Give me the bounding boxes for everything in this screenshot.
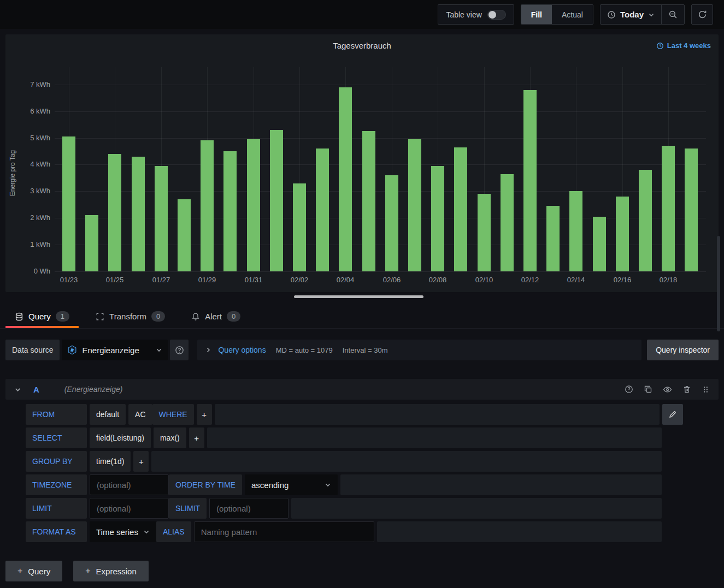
duplicate-query-icon[interactable] bbox=[644, 385, 652, 394]
query-inspector-button[interactable]: Query inspector bbox=[647, 340, 719, 360]
chevron-down-icon bbox=[648, 11, 655, 18]
slimit-input[interactable] bbox=[209, 498, 289, 519]
bar-01/25 bbox=[108, 154, 121, 271]
table-view-toggle[interactable] bbox=[487, 10, 506, 20]
query-help-icon[interactable] bbox=[625, 385, 633, 394]
delete-query-icon[interactable] bbox=[682, 385, 691, 394]
bar-01/31 bbox=[247, 139, 260, 271]
tab-query[interactable]: Query 1 bbox=[5, 305, 79, 328]
chevron-down-icon bbox=[143, 528, 150, 535]
timezone-keyword: TIMEZONE bbox=[26, 474, 87, 495]
add-expression-button[interactable]: + Expression bbox=[73, 561, 149, 581]
x-tick-label: 01/31 bbox=[236, 276, 271, 284]
bar-02/10 bbox=[478, 194, 491, 271]
format-as-select[interactable]: Time series bbox=[90, 521, 156, 542]
bar-02/12 bbox=[523, 90, 537, 271]
bar-01/24 bbox=[85, 215, 98, 271]
group-by-interval-segment[interactable]: time(1d) bbox=[90, 451, 131, 472]
query-editor-card: A (Energieanzeige) FROM default AC bbox=[5, 379, 719, 542]
row-filler bbox=[340, 474, 662, 495]
time-controls: Today bbox=[600, 4, 685, 25]
tab-alert[interactable]: Alert 0 bbox=[182, 305, 250, 328]
tab-transform-count: 0 bbox=[151, 311, 165, 322]
row-filler bbox=[207, 427, 662, 448]
bell-icon bbox=[191, 312, 200, 321]
order-by-time-value: ascending bbox=[251, 480, 289, 490]
select-aggregation-segment[interactable]: max() bbox=[154, 427, 186, 448]
time-range-picker[interactable]: Today bbox=[601, 5, 661, 24]
refresh-icon bbox=[698, 10, 707, 19]
bar-02/17 bbox=[639, 170, 652, 271]
row-filler bbox=[377, 521, 662, 542]
format-as-row: FORMAT AS Time series ALIAS bbox=[26, 521, 683, 542]
chevron-down-icon bbox=[156, 347, 162, 353]
gridline-horizontal bbox=[55, 271, 706, 272]
toggle-visibility-icon[interactable] bbox=[663, 385, 672, 394]
add-group-by-button[interactable]: + bbox=[133, 451, 149, 472]
bar-02/02 bbox=[293, 183, 306, 271]
add-where-condition-button[interactable]: + bbox=[197, 404, 212, 425]
select-field-segment[interactable]: field(Leistung) bbox=[90, 427, 151, 448]
limit-keyword: LIMIT bbox=[26, 498, 87, 519]
edit-query-button[interactable] bbox=[662, 404, 683, 425]
y-tick-label: 6 kWh bbox=[5, 107, 50, 115]
measurement-segment[interactable]: AC bbox=[128, 404, 152, 425]
query-ref-id[interactable]: A bbox=[33, 385, 39, 394]
x-tick-label: 02/04 bbox=[328, 276, 363, 284]
bar-02/07 bbox=[408, 139, 421, 271]
x-tick-label: 02/18 bbox=[651, 276, 686, 284]
y-tick-label: 7 kWh bbox=[5, 80, 50, 88]
x-tick-label: 01/25 bbox=[97, 276, 132, 284]
order-by-time-select[interactable]: ascending bbox=[245, 474, 338, 495]
chart-panel: Tagesverbrauch Last 4 weeks Energie pro … bbox=[5, 34, 719, 292]
time-range-label: Today bbox=[620, 10, 644, 19]
x-tick-label: 01/27 bbox=[144, 276, 179, 284]
add-expression-label: Expression bbox=[96, 567, 137, 576]
datasource-help-button[interactable] bbox=[170, 340, 189, 360]
database-icon bbox=[15, 312, 23, 321]
bar-02/11 bbox=[501, 174, 514, 271]
query-options-toggle[interactable]: Query options bbox=[205, 346, 266, 354]
tab-transform-label: Transform bbox=[109, 312, 146, 321]
retention-policy-segment[interactable]: default bbox=[90, 404, 126, 425]
y-tick-label: 1 kWh bbox=[5, 240, 50, 248]
bar-02/14 bbox=[569, 191, 582, 271]
limit-input[interactable] bbox=[90, 498, 169, 519]
fill-option[interactable]: Fill bbox=[521, 5, 552, 24]
panel-title: Tagesverbrauch bbox=[5, 41, 719, 50]
datasource-select[interactable]: Energieanzeige bbox=[62, 340, 168, 360]
tab-transform[interactable]: Transform 0 bbox=[86, 305, 174, 328]
bar-02/01 bbox=[270, 130, 283, 271]
collapse-chevron-icon[interactable] bbox=[14, 386, 21, 393]
add-query-button[interactable]: + Query bbox=[5, 561, 62, 581]
query-options-label: Query options bbox=[218, 346, 266, 354]
editor-tabs: Query 1 Transform 0 Alert 0 bbox=[0, 305, 724, 329]
query-header-row: A (Energieanzeige) bbox=[5, 379, 719, 400]
alias-input[interactable] bbox=[194, 521, 374, 542]
bar-02/18 bbox=[662, 146, 675, 271]
refresh-button[interactable] bbox=[691, 4, 713, 25]
query-builder-rows: FROM default AC WHERE + SELECT field(Lei… bbox=[5, 400, 683, 542]
actual-option[interactable]: Actual bbox=[552, 5, 593, 24]
bar-02/09 bbox=[454, 147, 467, 271]
y-tick-label: 3 kWh bbox=[5, 187, 50, 195]
query-options-strip: Query options MD = auto = 1079 Interval … bbox=[197, 340, 641, 360]
plot-area[interactable] bbox=[55, 67, 706, 271]
bar-02/13 bbox=[546, 206, 560, 271]
horizontal-scrollbar-thumb[interactable] bbox=[294, 295, 423, 298]
datasource-name: Energieanzeige bbox=[82, 346, 151, 355]
timezone-input[interactable] bbox=[90, 474, 169, 495]
max-data-points-text: MD = auto = 1079 bbox=[276, 346, 333, 354]
drag-handle-icon[interactable] bbox=[702, 385, 710, 394]
slimit-keyword: SLIMIT bbox=[169, 498, 207, 519]
y-tick-label: 0 Wh bbox=[5, 267, 50, 275]
bar-02/19 bbox=[685, 149, 698, 271]
bar-02/05 bbox=[362, 131, 375, 271]
panel-time-shortcut[interactable]: Last 4 weeks bbox=[656, 41, 711, 50]
zoom-out-button[interactable] bbox=[662, 5, 684, 24]
x-tick-label: 02/10 bbox=[467, 276, 502, 284]
y-tick-label: 2 kWh bbox=[5, 213, 50, 222]
bar-01/23 bbox=[62, 136, 75, 271]
vertical-scrollbar-thumb[interactable] bbox=[717, 236, 720, 331]
add-select-part-button[interactable]: + bbox=[189, 427, 204, 448]
